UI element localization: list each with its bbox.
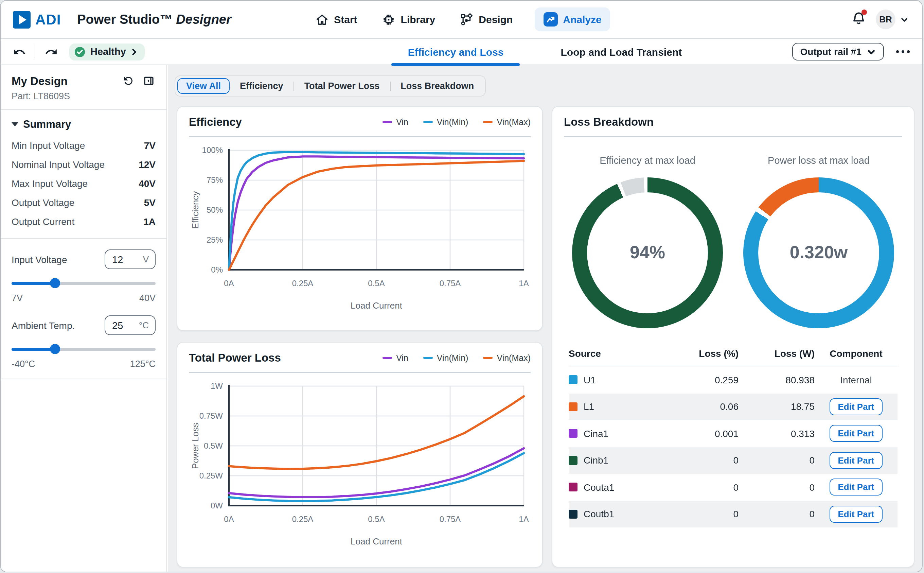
loss-w-cell: 0 (738, 509, 815, 520)
loss-breakdown-title: Loss Breakdown (564, 116, 654, 128)
legend-item-vinmin[interactable]: Vin(Min) (423, 117, 468, 127)
ambient-temp-field[interactable] (112, 320, 135, 331)
legend-item-vinmax[interactable]: Vin(Max) (483, 353, 531, 363)
svg-text:1A: 1A (518, 278, 528, 288)
slider-fill (11, 348, 55, 351)
more-options-button[interactable] (895, 46, 911, 57)
component-cell: Edit Part (815, 452, 897, 469)
nav-analyze[interactable]: Analyze (534, 8, 610, 31)
efficiency-chart: 0%25%50%75%100%0A0.25A0.5A0.75A1ALoad Cu… (188, 142, 532, 312)
edit-part-button[interactable]: Edit Part (830, 425, 883, 442)
input-voltage-field[interactable] (112, 254, 135, 265)
source-name: Coutb1 (584, 509, 614, 520)
slider-handle[interactable] (50, 344, 60, 354)
control-row: Ambient Temp.°C (11, 315, 156, 335)
component-cell: Edit Part (815, 479, 897, 496)
legend-item-vin[interactable]: Vin (382, 353, 408, 363)
nav-design[interactable]: Design (457, 8, 515, 31)
nav-library[interactable]: Library (379, 8, 438, 31)
total-power-loss-card: Total Power Loss VinVin(Min)Vin(Max) 0W0… (176, 342, 543, 568)
legend-item-vinmin[interactable]: Vin(Min) (423, 353, 468, 363)
svg-text:0.5W: 0.5W (203, 441, 223, 450)
table-row: Cinb100Edit Part (569, 447, 897, 474)
svg-text:0%: 0% (211, 265, 223, 274)
control-label: Ambient Temp. (11, 320, 75, 331)
source-name: Cinb1 (584, 455, 609, 466)
slider-handle[interactable] (50, 278, 60, 288)
redo-button[interactable] (42, 43, 60, 61)
source-cell: L1 (569, 401, 676, 412)
efficiency-donut-value: 94% (630, 242, 665, 263)
adi-logo: ADI (1, 11, 61, 28)
legend-label: Vin(Min) (437, 353, 468, 363)
filter-total-power-loss[interactable]: Total Power Loss (295, 79, 389, 93)
donut-charts: Efficiency at max load 94% Power loss at… (553, 137, 914, 328)
svg-text:0.5A: 0.5A (368, 278, 384, 288)
efficiency-legend: VinVin(Min)Vin(Max) (382, 117, 531, 127)
tab-efficiency-and-loss[interactable]: Efficiency and Loss (392, 39, 520, 64)
svg-text:0A: 0A (223, 514, 233, 523)
toolbar-divider (35, 45, 35, 58)
schematic-icon (460, 13, 473, 26)
toolbar-right: Output rail #1 (792, 43, 922, 61)
svg-text:1W: 1W (210, 381, 223, 390)
ambient-temp-slider[interactable] (11, 344, 156, 354)
app-title-main: Power Studio™ (77, 12, 173, 26)
control-label: Input Voltage (11, 254, 67, 265)
svg-text:0.25A: 0.25A (292, 514, 313, 523)
legend-swatch (423, 121, 433, 124)
tab-loop-and-load-transient[interactable]: Loop and Load Transient (545, 39, 698, 64)
health-status-badge[interactable]: Healthy (69, 43, 145, 60)
notifications-button[interactable] (851, 11, 866, 28)
undo-button[interactable] (10, 43, 28, 61)
svg-text:25%: 25% (206, 235, 223, 244)
collapse-panel-button[interactable] (142, 74, 156, 88)
svg-text:0.5A: 0.5A (368, 514, 384, 523)
loss-w-cell: 0 (738, 455, 815, 466)
slider-min-label: 7V (11, 293, 23, 303)
col-loss-pct: Loss (%) (676, 348, 738, 359)
summary-rows: Min Input Voltage7VNominal Input Voltage… (11, 136, 156, 231)
edit-part-button[interactable]: Edit Part (830, 398, 883, 415)
output-rail-selector[interactable]: Output rail #1 (792, 43, 884, 61)
edit-part-button[interactable]: Edit Part (830, 479, 883, 496)
component-cell: Edit Part (815, 425, 897, 442)
design-sidebar: My Design Part: LT8609S Summary Min Inpu… (1, 65, 167, 571)
sidebar-header: My Design Part: LT8609S (1, 65, 167, 110)
toolbar: Healthy Efficiency and Loss Loop and Loa… (1, 39, 922, 65)
source-name: U1 (584, 374, 596, 385)
summary-value: 7V (144, 140, 156, 151)
filter-separator (293, 81, 294, 91)
nav-start[interactable]: Start (312, 8, 360, 31)
nav-design-label: Design (479, 14, 513, 25)
col-loss-w: Loss (W) (738, 348, 815, 359)
filter-view-all[interactable]: View All (177, 78, 229, 94)
reset-design-button[interactable] (122, 74, 135, 88)
collapse-panel-icon (143, 75, 155, 87)
summary-label: Min Input Voltage (11, 140, 85, 151)
chevron-down-icon (900, 15, 908, 23)
efficiency-card: Efficiency VinVin(Min)Vin(Max) 0%25%50%7… (176, 106, 543, 331)
summary-heading: Summary (23, 118, 71, 130)
filter-loss-breakdown[interactable]: Loss Breakdown (392, 79, 483, 93)
legend-item-vinmax[interactable]: Vin(Max) (483, 117, 531, 127)
legend-label: Vin(Max) (497, 353, 531, 363)
redo-icon (45, 45, 58, 58)
legend-item-vin[interactable]: Vin (382, 117, 408, 127)
app-window: ADI Power Studio™Designer Start Library (0, 0, 922, 572)
efficiency-card-title: Efficiency (189, 116, 242, 128)
summary-toggle[interactable]: Summary (11, 118, 156, 130)
user-menu[interactable]: BR (876, 9, 908, 29)
chart-filter-group: View All Efficiency Total Power Loss Los… (175, 75, 485, 97)
edit-part-button[interactable]: Edit Part (830, 452, 883, 469)
loss-w-cell: 0 (738, 482, 815, 493)
source-swatch (569, 376, 578, 384)
svg-text:1A: 1A (518, 514, 528, 523)
design-title: My Design (11, 74, 68, 87)
loss-w-cell: 0.313 (738, 428, 815, 439)
edit-part-button[interactable]: Edit Part (830, 506, 883, 523)
input-voltage-slider[interactable] (11, 278, 156, 288)
table-header: Source Loss (%) Loss (W) Component (569, 345, 897, 361)
filter-efficiency[interactable]: Efficiency (231, 79, 292, 93)
source-cell: Cina1 (569, 428, 676, 439)
